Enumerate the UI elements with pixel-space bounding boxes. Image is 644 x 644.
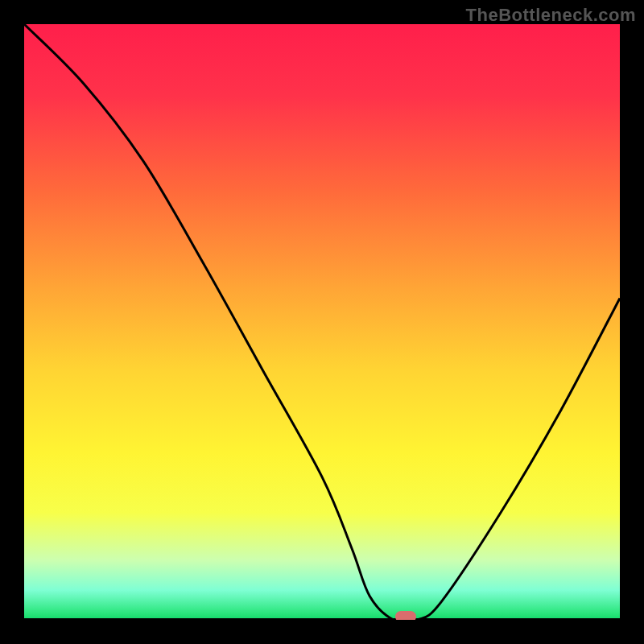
chart-frame: TheBottleneck.com (0, 0, 644, 644)
bottleneck-curve (24, 24, 620, 620)
plot-area (24, 24, 620, 620)
curve-path (24, 24, 620, 620)
watermark-text: TheBottleneck.com (466, 5, 636, 26)
optimal-point-marker (395, 611, 416, 620)
